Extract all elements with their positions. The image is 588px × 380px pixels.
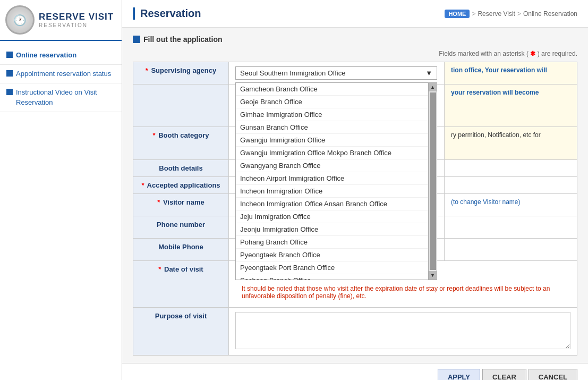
label-detailed-search <box>133 85 229 127</box>
logo-subtitle: RESERVATION <box>39 22 114 28</box>
field-purpose-of-visit <box>229 308 577 356</box>
label-mobile-phone: Mobile Phone <box>133 239 229 261</box>
notice-cell-5 <box>445 177 577 194</box>
label-date-of-visit: * Date of visit <box>133 261 229 308</box>
required-note: Fields marked with an asterisk ( ✱ ) are… <box>133 50 577 57</box>
label-accepted-applications: * Accepted applications <box>133 177 229 194</box>
breadcrumb-sep1: > <box>472 10 475 18</box>
page-title: Reservation <box>133 7 201 20</box>
cancel-button[interactable]: CANCEL <box>529 369 577 380</box>
dropdown-trigger[interactable]: Seoul Southern Immigration Office ▼ <box>235 66 437 80</box>
page-header: Reservation HOME > Reserve Visit > Onlin… <box>122 0 588 28</box>
label-visitor-name: * Visitor name <box>133 194 229 216</box>
list-item[interactable]: Incheon Immigration Office <box>236 185 437 198</box>
list-item[interactable]: Geoje Branch Office <box>236 96 437 108</box>
list-item[interactable]: Incheon Airport Immigration Office <box>236 172 437 185</box>
mobile-notice <box>445 239 577 261</box>
list-item[interactable]: Gimhae Immigration Office <box>236 108 437 121</box>
scroll-thumb[interactable] <box>430 92 436 270</box>
row-purpose-of-visit: Purpose of visit <box>133 308 577 356</box>
list-item[interactable]: Gunsan Branch Office <box>236 121 437 134</box>
main-content: Reservation HOME > Reserve Visit > Onlin… <box>122 0 588 380</box>
nav-icon <box>6 70 13 77</box>
dropdown-selected-value: Seoul Southern Immigration Office <box>240 69 425 77</box>
visitor-name-note: (to change Visitor name) <box>445 194 577 216</box>
form-table: * Supervising agency Seoul Southern Immi… <box>133 62 577 356</box>
list-item[interactable]: Gwangju Immigration Office Mokpo Branch … <box>236 147 437 159</box>
section-title: Fill out the application <box>143 35 223 44</box>
nav-icon <box>6 52 13 58</box>
scroll-down-button[interactable]: ▼ <box>429 271 437 280</box>
breadcrumb-step1: Reserve Visit <box>478 10 515 18</box>
notice-cell-3: ry permition, Notification, etc for <box>445 127 577 160</box>
list-container: Gamcheon Branch Office Geoje Branch Offi… <box>236 83 437 280</box>
sidebar-nav: Online reservation Appointment reservati… <box>0 41 122 117</box>
dropdown-options-list: Gamcheon Branch Office Geoje Branch Offi… <box>236 83 437 280</box>
logo-title: RESERVE VISIT <box>39 12 114 22</box>
sidebar-item-appointment-status[interactable]: Appointment reservation status <box>0 65 122 83</box>
list-item[interactable]: Sacheon Branch Office <box>236 274 437 280</box>
clear-button[interactable]: CLEAR <box>482 369 526 380</box>
dropdown-list-open: Gamcheon Branch Office Geoje Branch Offi… <box>235 82 437 280</box>
list-item[interactable]: Pohang Branch Office <box>236 236 437 249</box>
dropdown-arrow-icon: ▼ <box>425 69 432 77</box>
clock-icon: 🕐 <box>5 5 35 35</box>
breadcrumb-sep2: > <box>517 10 521 18</box>
asterisk-symbol: ✱ <box>530 50 537 57</box>
apply-button[interactable]: APPLY <box>438 369 480 380</box>
row-supervising-agency: * Supervising agency Seoul Southern Immi… <box>133 62 577 85</box>
breadcrumb-home[interactable]: HOME <box>445 10 470 18</box>
section-icon <box>133 36 140 43</box>
logo-text: RESERVE VISIT RESERVATION <box>39 12 114 28</box>
section-header: Fill out the application <box>133 35 577 44</box>
list-item[interactable]: Incheon Immigration Office Ansan Branch … <box>236 198 437 210</box>
scroll-up-button[interactable]: ▲ <box>429 83 437 91</box>
list-item[interactable]: Gwangyang Branch Office <box>236 159 437 172</box>
label-booth-details: Booth details <box>133 160 229 177</box>
field-supervising-agency: Seoul Southern Immigration Office ▼ Gamc… <box>229 62 445 85</box>
notice-cell-1: tion office, Your reservation will <box>445 62 577 85</box>
label-booth-category: * Booth category <box>133 127 229 160</box>
date-notice: It should be noted that those who visit … <box>235 282 570 303</box>
notice-cell-4 <box>445 160 577 177</box>
list-item[interactable]: Gwangju Immigration Office <box>236 134 437 147</box>
list-item[interactable]: Pyeongtaek Port Branch Office <box>236 261 437 274</box>
button-bar: APPLY CLEAR CANCEL <box>122 363 588 380</box>
dropdown-wrapper: Seoul Southern Immigration Office ▼ Gamc… <box>235 66 438 80</box>
notice-cell-2: your reservation will become <box>445 85 577 127</box>
sidebar: 🕐 RESERVE VISIT RESERVATION Online reser… <box>0 0 122 380</box>
list-item[interactable]: Jeonju Immigration Office <box>236 223 437 236</box>
sidebar-item-instructional-video[interactable]: Instructional Video on Visit Reservation <box>0 83 122 112</box>
purpose-textarea[interactable] <box>235 312 570 349</box>
label-phone-number: Phone number <box>133 216 229 239</box>
sidebar-logo: 🕐 RESERVE VISIT RESERVATION <box>0 0 122 41</box>
scrollbar[interactable]: ▲ ▼ <box>428 83 437 280</box>
label-purpose-of-visit: Purpose of visit <box>133 308 229 356</box>
breadcrumb-step2: Online Reservation <box>523 10 577 18</box>
list-item[interactable]: Jeju Immigration Office <box>236 210 437 223</box>
label-supervising-agency: * Supervising agency <box>133 62 229 85</box>
content-area: Fill out the application Fields marked w… <box>122 28 588 363</box>
nav-icon <box>6 89 13 95</box>
phone-notice <box>445 216 577 239</box>
list-item[interactable]: Gamcheon Branch Office <box>236 83 437 96</box>
breadcrumb: HOME > Reserve Visit > Online Reservatio… <box>445 10 577 18</box>
sidebar-item-online-reservation[interactable]: Online reservation <box>0 46 122 65</box>
list-item[interactable]: Pyeongtaek Branch Office <box>236 249 437 261</box>
required-star: * <box>146 66 148 74</box>
